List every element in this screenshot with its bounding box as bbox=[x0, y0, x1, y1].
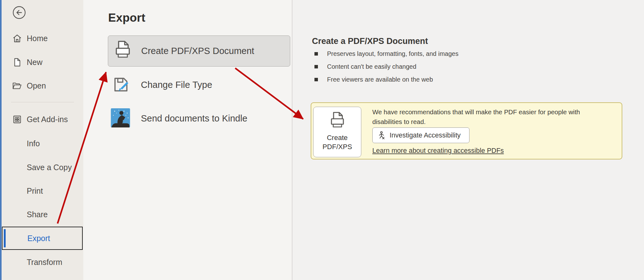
sidebar-item-share[interactable]: Share bbox=[2, 206, 83, 223]
option-change-file-type[interactable]: Change File Type bbox=[108, 71, 290, 99]
back-button[interactable] bbox=[12, 5, 26, 20]
sidebar-item-label: Save a Copy bbox=[27, 163, 72, 172]
detail-heading: Create a PDF/XPS Document bbox=[312, 36, 428, 46]
sidebar-item-label: Export bbox=[27, 234, 50, 243]
bullet-square-icon bbox=[314, 52, 318, 56]
investigate-button-label: Investigate Accessibility bbox=[390, 132, 461, 139]
sidebar-item-label: Home bbox=[27, 34, 48, 43]
sidebar-item-label: Open bbox=[27, 81, 46, 90]
sidebar-item-label: Info bbox=[27, 139, 40, 148]
sidebar-item-home[interactable]: Home bbox=[2, 30, 83, 47]
open-folder-icon bbox=[12, 81, 22, 91]
sidebar-item-label: New bbox=[27, 58, 42, 67]
sidebar-item-save-a-copy[interactable]: Save a Copy bbox=[2, 159, 83, 176]
create-pdf-xps-icon bbox=[114, 40, 131, 62]
option-send-documents-to-kindle[interactable]: Send documents to Kindle bbox=[108, 107, 290, 130]
sidebar-separator bbox=[11, 102, 74, 102]
sidebar-item-label: Print bbox=[27, 186, 43, 196]
create-button-line2: PDF/XPS bbox=[322, 142, 352, 151]
investigate-accessibility-button[interactable]: Investigate Accessibility bbox=[372, 127, 469, 143]
sidebar-item-export[interactable]: Export bbox=[2, 227, 83, 250]
sidebar-item-transform[interactable]: Transform bbox=[2, 253, 83, 271]
sidebar-item-label: Share bbox=[27, 210, 48, 219]
page-title: Export bbox=[108, 11, 145, 24]
option-label: Change File Type bbox=[141, 80, 212, 90]
create-button-line1: Create bbox=[327, 133, 347, 142]
word-backstage-export-view: Home New Open bbox=[0, 0, 644, 280]
sidebar-item-print[interactable]: Print bbox=[2, 182, 83, 200]
recommendation-message: We have recommendations that will make t… bbox=[372, 107, 580, 127]
new-document-icon bbox=[12, 57, 22, 67]
sidebar-item-info[interactable]: Info bbox=[2, 135, 83, 152]
sidebar-item-open[interactable]: Open bbox=[2, 77, 83, 94]
option-label: Create PDF/XPS Document bbox=[141, 46, 254, 56]
sidebar-item-new[interactable]: New bbox=[2, 53, 83, 71]
add-ins-icon bbox=[12, 114, 22, 124]
bullet-item: Content can't be easily changed bbox=[314, 60, 458, 73]
option-label: Send documents to Kindle bbox=[141, 113, 247, 124]
create-pdf-xps-button-icon bbox=[329, 112, 346, 131]
bullet-item: Free viewers are available on the web bbox=[314, 73, 458, 86]
feature-bullet-list: Preserves layout, formatting, fonts, and… bbox=[314, 47, 458, 86]
panel-divider bbox=[292, 0, 292, 280]
learn-more-link[interactable]: Learn more about creating accessible PDF… bbox=[372, 147, 504, 155]
sidebar-item-get-add-ins[interactable]: Get Add-ins bbox=[2, 110, 83, 128]
create-pdf-xps-button[interactable]: Create PDF/XPS bbox=[313, 107, 361, 157]
accessibility-recommendation-box: Create PDF/XPS We have recommendations t… bbox=[311, 102, 622, 159]
bullet-item: Preserves layout, formatting, fonts, and… bbox=[314, 47, 458, 60]
sidebar-item-label: Get Add-ins bbox=[27, 115, 68, 124]
change-file-type-icon bbox=[112, 75, 131, 96]
bullet-square-icon bbox=[314, 65, 318, 68]
kindle-icon bbox=[111, 108, 130, 129]
backstage-sidebar: Home New Open bbox=[2, 0, 83, 280]
back-icon bbox=[12, 5, 26, 20]
accessibility-person-icon bbox=[377, 131, 386, 140]
home-icon bbox=[12, 33, 22, 43]
option-create-pdf-xps-document[interactable]: Create PDF/XPS Document bbox=[108, 35, 290, 67]
selection-indicator-bar bbox=[4, 229, 6, 247]
bullet-square-icon bbox=[314, 78, 318, 81]
sidebar-item-label: Transform bbox=[27, 258, 62, 267]
